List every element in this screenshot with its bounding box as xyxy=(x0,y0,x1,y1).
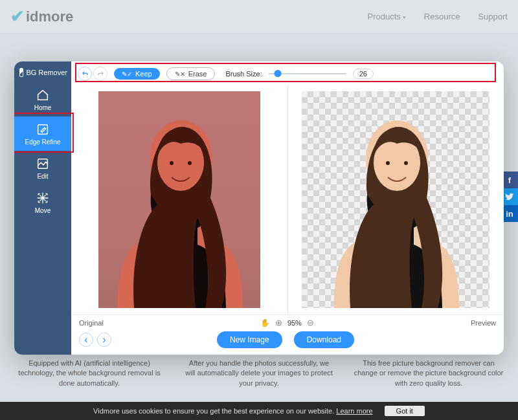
redo-button[interactable] xyxy=(93,67,107,81)
prev-image-button[interactable]: ‹ xyxy=(79,333,93,347)
svg-point-6 xyxy=(386,161,390,165)
app-icon xyxy=(19,68,23,77)
marketing-row: Equipped with AI (artificial intelligenc… xyxy=(0,359,518,388)
slider-thumb[interactable] xyxy=(275,70,282,77)
nav-support[interactable]: Support xyxy=(478,12,508,21)
zoom-controls: ✋ ⊕ 95% ⊖ xyxy=(260,318,314,327)
original-image[interactable] xyxy=(98,91,260,308)
original-label: Original xyxy=(79,319,104,327)
cookie-accept-button[interactable]: Got it xyxy=(385,406,425,416)
download-button[interactable]: Download xyxy=(294,331,354,348)
main-area: ✎✓ Keep ✎✕ Erase Brush Size: 26 xyxy=(71,61,504,355)
preview-panel xyxy=(287,85,504,315)
nav-resource[interactable]: Resource xyxy=(424,12,460,21)
marketing-col-1: Equipped with AI (artificial intelligenc… xyxy=(14,359,164,388)
sidebar-label-edit: Edit xyxy=(37,173,48,180)
svg-point-7 xyxy=(404,161,408,165)
keep-label: Keep xyxy=(135,70,152,78)
pan-icon[interactable]: ✋ xyxy=(260,318,270,327)
app-title-text: BG Remover xyxy=(26,69,67,76)
sidebar-item-edit[interactable]: Edit xyxy=(14,151,71,185)
brush-size-label: Brush Size: xyxy=(225,70,262,78)
sidebar-item-home[interactable]: Home xyxy=(14,82,71,116)
zoom-in-icon[interactable]: ⊕ xyxy=(275,318,282,327)
brush-size-slider[interactable] xyxy=(269,69,346,78)
keep-button[interactable]: ✎✓ Keep xyxy=(114,68,160,80)
erase-label: Erase xyxy=(188,70,207,78)
next-image-button[interactable]: › xyxy=(97,333,111,347)
sidebar: BG Remover Home Edge Refine Edit Move xyxy=(14,61,71,355)
cookie-text: Vidmore uses cookies to ensure you get t… xyxy=(93,407,373,415)
logo[interactable]: ✔ idmore xyxy=(10,6,73,27)
logo-icon: ✔ xyxy=(10,6,25,27)
zoom-value: 95% xyxy=(287,319,302,327)
new-image-button[interactable]: New Image xyxy=(217,331,282,348)
marketing-col-2: After you handle the photos successfully… xyxy=(184,359,334,388)
sidebar-label-home: Home xyxy=(34,104,52,111)
sidebar-label-edge-refine: Edge Refine xyxy=(25,138,60,146)
sidebar-item-edge-refine[interactable]: Edge Refine xyxy=(14,116,71,151)
chevron-down-icon: ▾ xyxy=(403,14,406,21)
keep-pen-icon: ✎✓ xyxy=(122,71,132,78)
move-icon xyxy=(36,192,50,204)
edit-icon xyxy=(36,157,50,170)
cookie-learn-more[interactable]: Learn more xyxy=(336,407,372,415)
toolbar: ✎✓ Keep ✎✕ Erase Brush Size: 26 xyxy=(71,61,504,85)
marketing-col-3: This free picture background remover can… xyxy=(354,359,504,388)
erase-pen-icon: ✎✕ xyxy=(175,71,185,78)
history-buttons xyxy=(78,67,107,81)
app-title: BG Remover xyxy=(14,61,71,82)
canvas-footer: Original ✋ ⊕ 95% ⊖ Preview xyxy=(71,315,504,327)
canvas-row xyxy=(71,85,504,315)
undo-button[interactable] xyxy=(78,67,92,81)
sidebar-item-move[interactable]: Move xyxy=(14,185,71,219)
home-icon xyxy=(36,89,50,102)
action-row: ‹ › New Image Download xyxy=(71,327,504,355)
logo-text: idmore xyxy=(26,8,73,25)
erase-button[interactable]: ✎✕ Erase xyxy=(166,67,216,80)
preview-image[interactable] xyxy=(302,91,490,308)
nav-products[interactable]: Products▾ xyxy=(368,12,406,21)
sidebar-label-move: Move xyxy=(35,207,51,214)
brush-size-value: 26 xyxy=(353,69,374,79)
preview-label: Preview xyxy=(471,319,496,327)
original-panel xyxy=(71,85,287,315)
edge-refine-icon xyxy=(36,123,50,136)
zoom-out-icon[interactable]: ⊖ xyxy=(307,318,314,327)
site-header: ✔ idmore Products▾ Resource Support xyxy=(0,0,518,33)
bg-remover-modal: BG Remover Home Edge Refine Edit Move xyxy=(14,61,504,355)
top-nav: Products▾ Resource Support xyxy=(368,12,508,21)
cookie-bar: Vidmore uses cookies to ensure you get t… xyxy=(0,402,518,420)
